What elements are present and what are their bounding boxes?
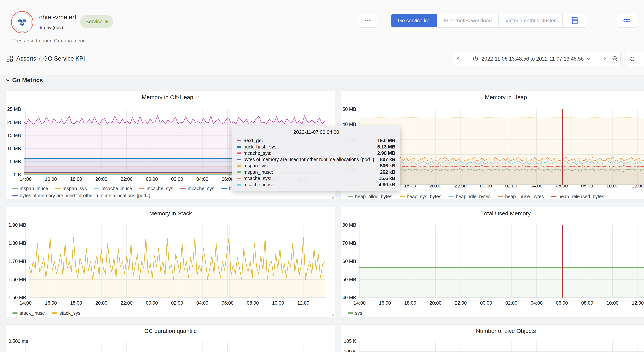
legend-item[interactable]: mcache_sys xyxy=(180,186,214,191)
time-shift-back-button[interactable] xyxy=(453,52,464,66)
time-range-label: 2022-11-06 13:48:56 to 2022-11-07 13:48:… xyxy=(482,56,584,62)
tooltip-series-chip xyxy=(237,178,241,179)
hover-point-marker xyxy=(228,173,230,175)
y-tick-label: 100 K xyxy=(344,349,356,352)
chart-memory-in-stack[interactable]: 14:0016:0018:0020:0022:0000:0002:0004:00… xyxy=(6,207,336,317)
x-tick-label: 20:00 xyxy=(430,300,442,306)
time-range-controls: 2022-11-06 13:48:56 to 2022-11-07 13:48:… xyxy=(453,52,621,66)
zoom-out-icon xyxy=(612,56,618,62)
legend-item[interactable]: sys xyxy=(348,310,362,316)
avatar-ring xyxy=(12,12,32,32)
legend-item[interactable]: mcache_inuse xyxy=(94,186,132,191)
y-tick-label: 1.60 MB xyxy=(8,277,26,282)
x-tick-label: 00:00 xyxy=(146,300,158,306)
legend-item[interactable]: heap_idle_bytes xyxy=(448,194,490,199)
tooltip-series-chip xyxy=(237,152,241,154)
panel-title[interactable]: Total Used Memory xyxy=(341,210,644,217)
y-tick-label: 0.500 ms xyxy=(8,338,28,344)
cubes-logo-icon xyxy=(17,17,28,27)
x-tick-label: 04:00 xyxy=(196,300,208,306)
section-title: Go Metrics xyxy=(12,77,43,84)
legend-color-chip xyxy=(222,188,227,190)
tooltip-row: buck_hash_sys:6.13 MB xyxy=(237,144,396,150)
clock-icon xyxy=(472,56,478,62)
ellipsis-icon: ••• xyxy=(364,18,371,23)
tab-victoriametrics-cluster[interactable]: Victoriametrics cluster xyxy=(498,14,562,27)
tab-go-service-kpi[interactable]: Go service kpi xyxy=(391,14,438,27)
dashboard-list-button[interactable] xyxy=(562,14,587,27)
legend-item[interactable]: heap_alloc_bytes xyxy=(348,194,392,199)
tooltip-series-value: 15.6 kB xyxy=(375,176,396,181)
tooltip-row: mcache_sys:2.98 MB xyxy=(237,150,396,156)
tooltip-series-value: 506 kB xyxy=(376,163,396,168)
legend-item[interactable]: heap_inuse_bytes xyxy=(498,194,544,199)
panel-title[interactable]: Memory in Stack xyxy=(6,210,335,217)
tooltip-series-value: 19.0 MB xyxy=(374,138,396,143)
y-tick-label: 10 MB xyxy=(7,146,21,151)
panel-title[interactable]: Memory in Heap xyxy=(341,94,644,100)
panel-resize-handle[interactable] xyxy=(331,313,334,316)
y-tick-label: 5 MB xyxy=(10,159,21,164)
service-status-dot-icon xyxy=(105,20,108,23)
share-link-button[interactable] xyxy=(617,14,637,28)
x-tick-label: 06:00 xyxy=(222,176,234,182)
legend-memory-in-heap: heap_alloc_bytesheap_sys_bytesheap_idle_… xyxy=(348,193,611,200)
caret-down-icon xyxy=(587,57,591,61)
chart-total-used-memory[interactable]: 14:0016:0018:0020:0022:0000:0002:0004:00… xyxy=(341,207,644,317)
x-tick-label: 18:00 xyxy=(404,300,416,306)
more-options-button[interactable]: ••• xyxy=(359,14,377,28)
breadcrumb: Asserts / GO Service KPI xyxy=(6,55,85,62)
x-tick-label: 10:00 xyxy=(606,300,618,306)
esc-hint: Press Esc to open Grafana menu xyxy=(12,38,86,44)
legend-item[interactable]: stack_inuse xyxy=(12,310,45,316)
zoom-out-time-button[interactable] xyxy=(610,52,620,66)
x-tick-label: 16:00 xyxy=(45,300,57,306)
row-go-metrics[interactable]: Go Metrics xyxy=(6,77,43,84)
panel-title[interactable]: Memory in Off-Heap xyxy=(6,94,335,100)
legend-item[interactable]: mcache_sys xyxy=(139,186,173,191)
service-type-badge: Service xyxy=(80,15,113,28)
service-name: chief-vmalert xyxy=(39,14,76,21)
tooltip-series-label: mcache_sys: xyxy=(244,150,271,156)
breadcrumb-separator: / xyxy=(39,55,40,62)
legend-item[interactable]: heap_sys_bytes xyxy=(400,194,442,199)
time-shift-forward-button[interactable] xyxy=(599,52,610,66)
legend-color-chip xyxy=(348,196,353,198)
refresh-dashboard-button[interactable] xyxy=(626,52,639,66)
legend-item[interactable]: mspan_sys xyxy=(56,186,87,191)
legend-color-chip xyxy=(12,312,18,314)
panel-resize-handle[interactable] xyxy=(331,196,334,198)
legend-item[interactable]: stack_sys xyxy=(52,310,80,316)
x-tick-label: 14:00 xyxy=(20,176,32,182)
legend-item[interactable]: heap_released_bytes xyxy=(551,194,604,199)
y-tick-label: 25 MB xyxy=(7,106,21,112)
environment-row: dev (dev) xyxy=(40,25,63,30)
legend-color-chip xyxy=(180,188,186,190)
y-tick-label: 1.50 MB xyxy=(8,295,26,300)
y-tick-label: 1.80 MB xyxy=(8,240,26,246)
time-range-picker[interactable]: 2022-11-06 13:48:56 to 2022-11-07 13:48:… xyxy=(464,52,599,66)
breadcrumb-current: GO Service KPI xyxy=(43,55,85,62)
legend-color-chip xyxy=(448,196,454,198)
legend-color-chip xyxy=(12,188,18,190)
tooltip-series-label: bytes of memory are used for other runti… xyxy=(244,157,376,162)
refresh-interval-dropdown[interactable] xyxy=(639,52,644,66)
panel-total-used-memory: Total Used Memory 14:0016:0018:0020:0022… xyxy=(341,207,644,317)
panel-menu-caret-icon xyxy=(196,95,199,99)
tooltip-row: mspan_sys:506 kB xyxy=(237,162,396,169)
breadcrumb-root[interactable]: Asserts xyxy=(16,55,36,62)
app-header: chief-vmalert dev (dev) Service Press Es… xyxy=(0,0,644,47)
tab-kubernetes-workload[interactable]: kubernetes workload xyxy=(438,14,498,27)
panel-title[interactable]: Number of Live Objects xyxy=(341,328,644,334)
legend-item[interactable]: mspan_inuse xyxy=(12,186,48,191)
x-tick-label: 04:00 xyxy=(196,176,208,182)
x-tick-label: 18:00 xyxy=(70,300,82,306)
tooltip-series-label: mspan_sys: xyxy=(244,163,269,168)
service-avatar[interactable] xyxy=(11,11,33,33)
panel-memory-in-stack: Memory in Stack 14:0016:0018:0020:0022:0… xyxy=(6,207,336,317)
legend-memory-in-stack: stack_inusestack_sys xyxy=(12,310,88,317)
panel-title[interactable]: GC duration quantile xyxy=(6,328,335,334)
legend-color-chip xyxy=(348,312,353,314)
tooltip-series-label: mcache_sys: xyxy=(244,176,271,181)
legend-item[interactable]: bytes of memory are used for other runti… xyxy=(12,193,150,198)
